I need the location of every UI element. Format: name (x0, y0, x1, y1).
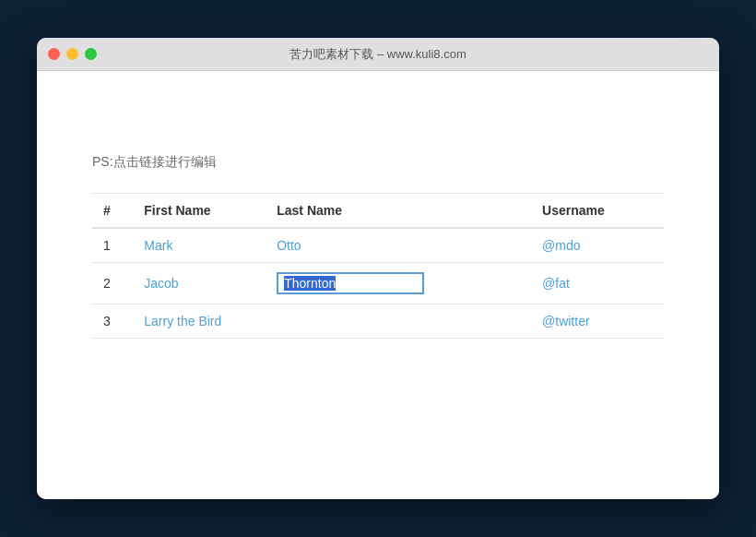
row2-last-name-cell[interactable] (266, 263, 531, 304)
table-header-row: # First Name Last Name Username (92, 194, 664, 229)
row2-first-name: Jacob (133, 263, 266, 304)
minimize-button[interactable] (66, 48, 78, 60)
table-row: 3 Larry the Bird @twitter (92, 304, 664, 339)
col-header-username: Username (531, 194, 664, 229)
traffic-lights (48, 48, 97, 60)
titlebar: 苦力吧素材下载 – www.kuli8.com (37, 38, 719, 71)
row3-last-name (266, 304, 531, 339)
row3-username-link[interactable]: @twitter (542, 314, 590, 328)
row1-num: 1 (92, 228, 133, 263)
table-row: 2 Jacob @fat (92, 263, 664, 304)
maximize-button[interactable] (85, 48, 97, 60)
table-row: 1 Mark Otto @mdo (92, 228, 664, 263)
data-table: # First Name Last Name Username 1 Mark O… (92, 193, 664, 339)
row2-username-link[interactable]: @fat (542, 276, 570, 291)
close-button[interactable] (48, 48, 60, 60)
row2-username: @fat (531, 263, 664, 304)
row1-first-name-link[interactable]: Mark (144, 238, 172, 253)
row1-last-name: Otto (266, 228, 531, 263)
row3-num: 3 (92, 304, 133, 339)
row3-first-name-link[interactable]: Larry the Bird (144, 314, 221, 328)
row3-username: @twitter (531, 304, 664, 339)
col-header-first-name: First Name (133, 194, 266, 229)
window-content: PS:点击链接进行编辑 # First Name Last Name Usern… (37, 71, 719, 499)
col-header-num: # (92, 194, 133, 229)
row3-first-name: Larry the Bird (133, 304, 266, 339)
hint-text: PS:点击链接进行编辑 (92, 154, 664, 171)
row1-first-name: Mark (133, 228, 266, 263)
row2-first-name-link[interactable]: Jacob (144, 276, 178, 291)
browser-window: 苦力吧素材下载 – www.kuli8.com PS:点击链接进行编辑 # Fi… (37, 38, 719, 499)
row1-username-link[interactable]: @mdo (542, 238, 580, 253)
window-title: 苦力吧素材下载 – www.kuli8.com (289, 46, 466, 63)
row2-num: 2 (92, 263, 133, 304)
col-header-last-name: Last Name (266, 194, 531, 229)
row2-last-name-input[interactable] (277, 272, 424, 294)
row1-username: @mdo (531, 228, 664, 263)
row1-last-name-link[interactable]: Otto (277, 238, 301, 253)
